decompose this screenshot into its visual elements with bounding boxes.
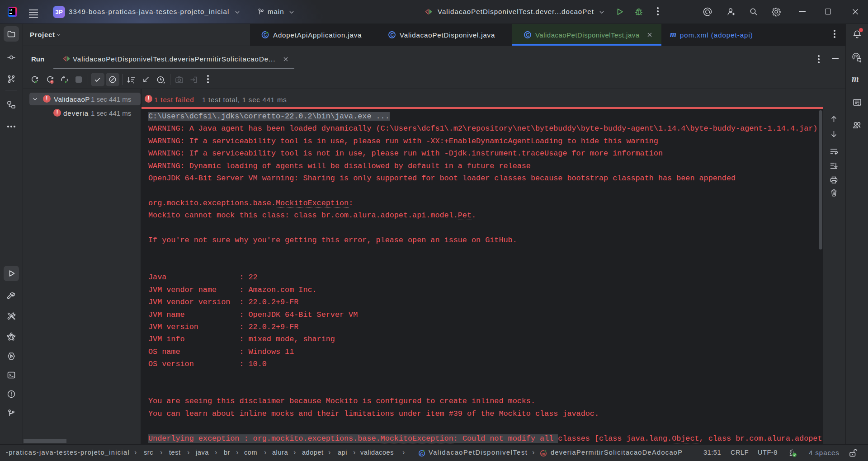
svg-text:C: C xyxy=(526,32,529,38)
svg-text:C: C xyxy=(390,32,394,38)
